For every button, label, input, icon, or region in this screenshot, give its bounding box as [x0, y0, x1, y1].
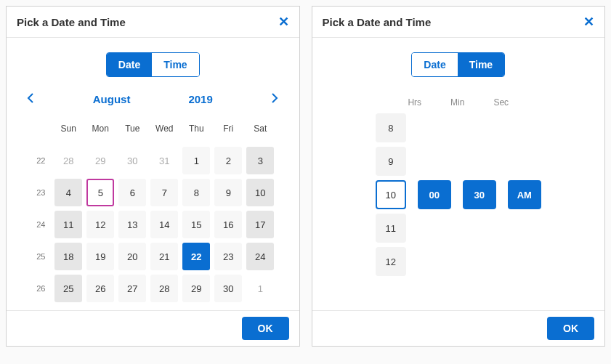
panel-title: Pick a Date and Time [17, 16, 126, 28]
tab-date[interactable]: Date [107, 53, 152, 76]
hour-option[interactable]: 10 [376, 180, 406, 209]
day-cell[interactable]: 13 [118, 211, 146, 238]
month-nav: August 2019 [21, 90, 285, 113]
day-cell[interactable]: 2 [214, 147, 242, 174]
day-cell[interactable]: 1 [246, 275, 274, 302]
day-cell[interactable]: 1 [182, 147, 210, 174]
dow-label: Sun [61, 118, 76, 139]
hour-option[interactable]: 11 [376, 214, 406, 243]
dow-label: Sat [254, 118, 267, 139]
sec-label: Sec [493, 97, 509, 108]
tab-time[interactable]: Time [458, 53, 504, 76]
panel-header: Pick a Date and Time ✕ [312, 7, 605, 38]
day-cell[interactable]: 15 [182, 211, 210, 238]
day-cell[interactable]: 8 [182, 179, 210, 206]
day-cell[interactable]: 6 [118, 179, 146, 206]
day-cell[interactable]: 30 [214, 275, 242, 302]
week-number: 25 [36, 252, 45, 261]
panel-footer: OK [312, 310, 605, 346]
time-column-headers: Hrs Min Sec [408, 97, 509, 108]
week-number: 22 [36, 156, 45, 165]
day-cell[interactable]: 12 [86, 211, 114, 238]
dow-label: Fri [223, 118, 233, 139]
ok-button[interactable]: OK [242, 317, 289, 340]
panel-header: Pick a Date and Time ✕ [7, 7, 299, 38]
day-cell[interactable]: 9 [214, 179, 242, 206]
ok-button[interactable]: OK [547, 317, 594, 340]
day-cell[interactable]: 14 [150, 211, 178, 238]
day-cell[interactable]: 11 [54, 211, 82, 238]
hrs-label: Hrs [408, 97, 421, 108]
week-number: 26 [36, 284, 45, 293]
close-icon[interactable]: ✕ [278, 14, 289, 30]
day-cell[interactable]: 3 [246, 147, 274, 174]
day-cell[interactable]: 16 [214, 211, 242, 238]
day-cell[interactable]: 26 [86, 275, 114, 302]
dow-label: Thu [189, 118, 204, 139]
datetime-picker-date: Pick a Date and Time ✕ Date Time August … [6, 6, 300, 347]
day-cell[interactable]: 23 [214, 243, 242, 270]
day-cell[interactable]: 20 [118, 243, 146, 270]
day-cell[interactable]: 5 [86, 179, 114, 206]
month-picker[interactable]: August [93, 93, 131, 105]
close-icon[interactable]: ✕ [583, 14, 594, 30]
day-cell[interactable]: 24 [246, 243, 274, 270]
time-selectors: 89101112 00 30 AM [376, 113, 541, 276]
date-time-segmented: Date Time [411, 52, 505, 77]
day-cell[interactable]: 29 [86, 147, 114, 174]
day-cell[interactable]: 22 [182, 243, 210, 270]
week-number: 24 [36, 220, 45, 229]
dow-label: Tue [125, 118, 139, 139]
day-cell[interactable]: 29 [182, 275, 210, 302]
min-label: Min [450, 97, 464, 108]
panel-footer: OK [7, 310, 299, 346]
day-cell[interactable]: 19 [86, 243, 114, 270]
day-cell[interactable]: 18 [54, 243, 82, 270]
date-time-segmented: Date Time [106, 52, 200, 77]
minute-value[interactable]: 00 [418, 180, 451, 209]
day-cell[interactable]: 31 [150, 147, 178, 174]
tab-date[interactable]: Date [412, 53, 457, 76]
dow-label: Mon [92, 118, 109, 139]
calendar-grid: SunMonTueWedThuFriSat2228293031123234567… [29, 113, 276, 304]
week-number: 23 [36, 188, 45, 197]
hour-option[interactable]: 9 [376, 147, 406, 176]
day-cell[interactable]: 30 [118, 147, 146, 174]
chevron-right-icon[interactable] [268, 90, 281, 108]
year-picker[interactable]: 2019 [188, 93, 212, 105]
chevron-left-icon[interactable] [24, 90, 37, 108]
day-cell[interactable]: 4 [54, 179, 82, 206]
hour-option[interactable]: 8 [376, 113, 406, 142]
hours-column[interactable]: 89101112 [376, 113, 406, 276]
day-cell[interactable]: 17 [246, 211, 274, 238]
day-cell[interactable]: 10 [246, 179, 274, 206]
day-cell[interactable]: 25 [54, 275, 82, 302]
day-cell[interactable]: 28 [150, 275, 178, 302]
dow-label: Wed [155, 118, 173, 139]
datetime-picker-time: Pick a Date and Time ✕ Date Time Hrs Min… [312, 6, 606, 347]
day-cell[interactable]: 27 [118, 275, 146, 302]
second-value[interactable]: 30 [463, 180, 496, 209]
day-cell[interactable]: 7 [150, 179, 178, 206]
hour-option[interactable]: 12 [376, 247, 406, 276]
ampm-value[interactable]: AM [508, 180, 541, 209]
tab-time[interactable]: Time [152, 53, 198, 76]
day-cell[interactable]: 28 [54, 147, 82, 174]
day-cell[interactable]: 21 [150, 243, 178, 270]
panel-title: Pick a Date and Time [323, 16, 432, 28]
